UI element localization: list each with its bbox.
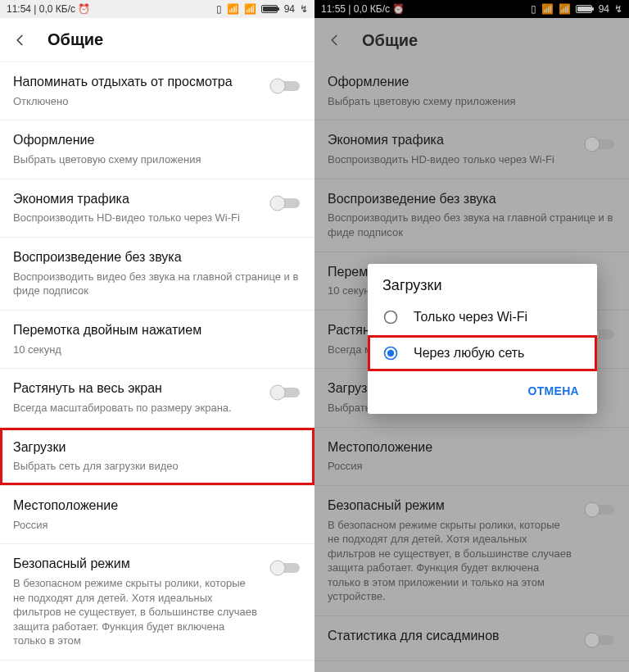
row-subtitle: Всегда масштабировать по размеру экрана. bbox=[13, 401, 259, 415]
svg-point-16 bbox=[385, 311, 397, 324]
settings-row[interactable]: ОформлениеВыбрать цветовую схему приложе… bbox=[314, 62, 629, 120]
row-subtitle: Выбрать цветовую схему приложения bbox=[328, 94, 616, 109]
row-title: Загрузки bbox=[13, 439, 301, 456]
row-subtitle: 10 секунд bbox=[13, 343, 301, 357]
row-title: Безопасный режим bbox=[13, 556, 259, 573]
status-divider: | bbox=[31, 3, 39, 15]
cancel-button[interactable]: ОТМЕНА bbox=[520, 378, 587, 404]
row-subtitle: Воспроизводить HD-видео только через Wi-… bbox=[328, 152, 573, 167]
toggle-switch[interactable] bbox=[583, 135, 616, 153]
screenshot-left: 11:54 | 0,0 КБ/с ⏰ ▯ 📶 📶 94 ↯ Общие Напо… bbox=[0, 0, 314, 672]
settings-row[interactable]: ОформлениеВыбрать цветовую схему приложе… bbox=[0, 120, 314, 179]
settings-row[interactable]: Перемотка двойным нажатием10 секунд bbox=[0, 311, 314, 369]
alarm-icon: ⏰ bbox=[390, 3, 405, 15]
toggle-switch[interactable] bbox=[583, 631, 616, 649]
battery-icon bbox=[576, 5, 592, 13]
row-title: Экономия трафика bbox=[328, 132, 573, 149]
dialog-options: Только через Wi-FiЧерез любую сеть bbox=[368, 299, 597, 371]
settings-row[interactable]: Безопасный режимВ безопасном режиме скры… bbox=[0, 544, 314, 661]
row-title: Статистика для сисадминов bbox=[328, 628, 573, 645]
status-icons: ▯ 📶 📶 94 ↯ bbox=[531, 3, 622, 15]
dialog-option[interactable]: Через любую сеть bbox=[368, 335, 597, 371]
row-title: Местоположение bbox=[13, 497, 301, 515]
battery-percent-sign: ↯ bbox=[300, 3, 308, 15]
svg-point-3 bbox=[270, 196, 285, 211]
back-icon[interactable] bbox=[328, 33, 342, 48]
status-netspeed: 0,0 КБ/с bbox=[39, 3, 75, 15]
settings-row[interactable]: МестоположениеРоссия bbox=[0, 486, 314, 544]
row-title: Экономия трафика bbox=[13, 191, 259, 208]
toggle-switch[interactable] bbox=[269, 559, 301, 577]
row-title: Оформление bbox=[13, 132, 301, 149]
back-icon[interactable] bbox=[13, 33, 28, 48]
signal-icon: 📶 bbox=[244, 3, 256, 15]
svg-point-13 bbox=[585, 502, 600, 517]
page-title: Общие bbox=[362, 31, 418, 50]
row-subtitle: Воспроизводить видео без звука на главно… bbox=[328, 211, 616, 239]
radio-unselected-icon[interactable] bbox=[382, 309, 399, 325]
settings-row[interactable]: Экономия трафикаВоспроизводить HD-видео … bbox=[0, 179, 314, 238]
signal-icon: 📶 bbox=[559, 3, 571, 15]
settings-row[interactable]: Воспроизведение без звукаВоспроизводить … bbox=[314, 179, 629, 252]
svg-point-7 bbox=[270, 561, 285, 575]
status-icons: ▯ 📶 📶 94 ↯ bbox=[216, 3, 308, 15]
settings-row[interactable]: Статистика для сисадминов bbox=[314, 616, 629, 661]
row-subtitle: Россия bbox=[13, 518, 301, 533]
settings-row[interactable]: Экономия трафикаВоспроизводить HD-видео … bbox=[314, 120, 629, 179]
svg-point-5 bbox=[270, 385, 285, 400]
status-bar: 11:55 | 0,0 КБ/с ⏰ ▯ 📶 📶 94 ↯ bbox=[314, 0, 629, 18]
radio-selected-icon[interactable] bbox=[382, 345, 399, 361]
row-subtitle: В безопасном режиме скрыты ролики, котор… bbox=[328, 518, 573, 604]
row-title: Безопасный режим bbox=[328, 497, 573, 515]
row-subtitle: Выбрать сеть для загрузки видео bbox=[13, 459, 301, 474]
row-title: Местоположение bbox=[328, 439, 616, 456]
settings-row[interactable]: Напоминать отдыхать от просмотраОтключен… bbox=[0, 62, 314, 120]
row-subtitle: Воспроизводить HD-видео только через Wi-… bbox=[13, 211, 259, 225]
row-title: Перемотка двойным нажатием bbox=[13, 322, 301, 339]
row-title: Оформление bbox=[328, 74, 616, 91]
dialog-option[interactable]: Только через Wi-Fi bbox=[368, 299, 597, 335]
status-netspeed: 0,0 КБ/с bbox=[354, 3, 390, 15]
alarm-icon: ⏰ bbox=[75, 3, 90, 15]
toggle-switch[interactable] bbox=[269, 77, 301, 95]
dialog-option-label: Через любую сеть bbox=[414, 346, 524, 361]
toggle-switch[interactable] bbox=[269, 194, 301, 212]
battery-percent: 94 bbox=[284, 3, 295, 15]
svg-point-15 bbox=[585, 633, 600, 647]
row-title: Напоминать отдыхать от просмотра bbox=[13, 74, 259, 91]
battery-icon bbox=[261, 5, 278, 13]
toggle-switch[interactable] bbox=[583, 501, 616, 519]
app-toolbar: Общие bbox=[0, 18, 314, 62]
row-subtitle: В безопасном режиме скрыты ролики, котор… bbox=[13, 576, 259, 648]
toggle-switch[interactable] bbox=[269, 384, 301, 402]
settings-row[interactable]: Безопасный режимВ безопасном режиме скры… bbox=[314, 486, 629, 616]
downloads-dialog: Загрузки Только через Wi-FiЧерез любую с… bbox=[368, 264, 597, 414]
dialog-title: Загрузки bbox=[368, 264, 597, 299]
svg-point-9 bbox=[585, 137, 600, 152]
app-toolbar: Общие bbox=[314, 18, 629, 62]
svg-point-18 bbox=[387, 350, 394, 356]
signal-icon: 📶 bbox=[541, 3, 554, 15]
settings-row[interactable]: ЗагрузкиВыбрать сеть для загрузки видео bbox=[0, 428, 314, 486]
row-subtitle: Выбрать цветовую схему приложения bbox=[13, 152, 301, 167]
battery-percent: 94 bbox=[599, 3, 609, 15]
settings-list[interactable]: Напоминать отдыхать от просмотраОтключен… bbox=[0, 62, 314, 672]
battery-percent-sign: ↯ bbox=[614, 3, 622, 15]
status-time: 11:55 bbox=[321, 3, 346, 15]
screenshot-right: 11:55 | 0,0 КБ/с ⏰ ▯ 📶 📶 94 ↯ Общие Офор… bbox=[314, 0, 629, 672]
sim-icon: ▯ bbox=[216, 3, 222, 15]
signal-icon: 📶 bbox=[227, 3, 239, 15]
settings-row[interactable]: Воспроизведение без звукаВоспроизводить … bbox=[0, 238, 314, 311]
status-divider: | bbox=[346, 3, 354, 15]
row-subtitle: Россия bbox=[328, 459, 616, 474]
sim-icon: ▯ bbox=[531, 3, 536, 15]
status-time: 11:54 bbox=[7, 3, 31, 15]
row-title: Воспроизведение без звука bbox=[13, 249, 301, 266]
row-title: Растянуть на весь экран bbox=[13, 380, 259, 397]
svg-point-1 bbox=[270, 79, 285, 93]
row-subtitle: Воспроизводить видео без звука на главно… bbox=[13, 270, 301, 298]
status-bar: 11:54 | 0,0 КБ/с ⏰ ▯ 📶 📶 94 ↯ bbox=[0, 0, 314, 18]
page-title: Общие bbox=[48, 30, 103, 49]
settings-row[interactable]: Растянуть на весь экранВсегда масштабиро… bbox=[0, 369, 314, 427]
settings-row[interactable]: МестоположениеРоссия bbox=[314, 428, 629, 486]
